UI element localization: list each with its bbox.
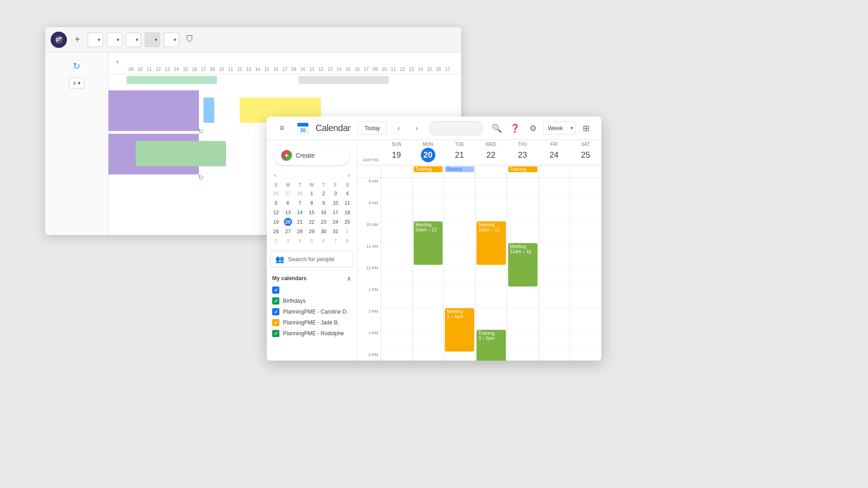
mini-day[interactable]: 12 [272, 208, 280, 216]
mini-day[interactable]: 18 [343, 208, 351, 216]
allday-event-training-thu[interactable]: Training [508, 166, 538, 172]
mini-day[interactable]: 3 [331, 189, 340, 197]
filter-button[interactable]: ⛉ [183, 33, 197, 47]
event-training-wed[interactable]: Training3 – 5pm [476, 330, 506, 361]
mini-day[interactable]: 26 [272, 227, 280, 235]
mini-day[interactable]: 16 [320, 208, 328, 216]
mini-day[interactable]: 8 [343, 237, 351, 245]
menu-button[interactable]: ≡ [274, 120, 290, 136]
allday-event-training-mon[interactable]: Training [414, 166, 443, 172]
select4-dropdown[interactable] [145, 33, 160, 47]
mini-day[interactable]: 13 [284, 208, 292, 216]
mini-day[interactable]: 2 [272, 237, 280, 245]
calendar-item-birthdays[interactable]: ✓ Birthdays [270, 296, 353, 306]
gmt-label: GMT+01 [357, 156, 381, 165]
mini-day[interactable]: 19 [272, 218, 280, 226]
mini-day[interactable]: 24 [331, 218, 340, 226]
hour-line [444, 243, 475, 265]
gantt-row2-green-bar [136, 141, 226, 166]
mini-next-button[interactable]: › [344, 171, 353, 180]
my-calendars-chevron-icon[interactable]: ∧ [347, 275, 351, 282]
mini-day[interactable]: 31 [331, 227, 340, 235]
select3-dropdown[interactable] [126, 33, 141, 47]
day-col-mon[interactable]: MON 20 [412, 140, 444, 165]
help-button[interactable]: ❓ [507, 120, 523, 136]
mini-day[interactable]: 22 [307, 218, 316, 226]
mini-day[interactable]: 28 [296, 227, 304, 235]
create-button[interactable]: + Create [274, 145, 349, 165]
day-col-sun[interactable]: SUN 19 [381, 140, 412, 165]
mini-day[interactable]: 1 [307, 189, 316, 197]
create-label: Create [296, 152, 315, 159]
today-button[interactable]: Today [358, 122, 387, 135]
mini-day[interactable]: 15 [307, 208, 316, 216]
mini-day[interactable]: 26 [272, 189, 280, 197]
calendar-item-caroline[interactable]: ✓ PlanningPME - Caroline D. [270, 306, 353, 317]
event-meeting-thu[interactable]: Meeting11am – 1p [508, 243, 538, 286]
mini-day[interactable]: 10 [331, 199, 340, 207]
event-meeting-wed[interactable]: Meeting10am – 12 [476, 221, 506, 265]
mini-day[interactable]: 4 [343, 189, 351, 197]
mini-day[interactable]: 5 [272, 199, 280, 207]
mini-day[interactable]: 4 [296, 237, 304, 245]
gcal-sidebar: + Create ‹ › S M T W T F S [267, 140, 357, 361]
view-selector[interactable]: Week Day Month Year [543, 122, 576, 135]
add-button[interactable]: + [71, 33, 84, 47]
mini-day[interactable]: 3 [284, 237, 292, 245]
date-cell: 17 [199, 67, 208, 72]
mini-day[interactable]: 6 [284, 199, 292, 207]
mini-day[interactable]: 1 [343, 227, 351, 235]
calendar-item-personal[interactable]: ✓ [270, 285, 353, 296]
mini-day[interactable]: 6 [320, 237, 328, 245]
calendar-label-birthdays: Birthdays [283, 298, 306, 304]
mini-day[interactable]: 29 [307, 227, 316, 235]
refresh-button[interactable]: ↻ [69, 58, 85, 74]
mini-day[interactable]: 8 [307, 199, 316, 207]
calendar-checkbox-caroline[interactable]: ✓ [272, 308, 279, 315]
back-nav-button[interactable]: ‹ [112, 56, 123, 67]
mini-day[interactable]: 30 [320, 227, 328, 235]
mini-day[interactable]: 7 [296, 199, 304, 207]
planning-logo: P [51, 32, 67, 48]
calendar-item-jade[interactable]: ✓ PlanningPME - Jade B. [270, 317, 353, 328]
day-col-thu[interactable]: THU 23 [507, 140, 538, 165]
mini-day[interactable]: 17 [331, 208, 340, 216]
search-button[interactable]: 🔍 [489, 120, 505, 136]
mini-day[interactable]: 11 [343, 199, 351, 207]
apps-button[interactable]: ⊞ [578, 120, 594, 136]
mini-day-today[interactable]: 20 [284, 218, 292, 226]
day-col-fri[interactable]: FRI 24 [538, 140, 570, 165]
day-col-tue[interactable]: TUE 21 [443, 140, 475, 165]
mini-day[interactable]: 5 [307, 237, 316, 245]
mini-day[interactable]: 28 [296, 189, 304, 197]
select2-dropdown[interactable] [107, 33, 122, 47]
sort-button[interactable]: ≡ ▾ [69, 78, 85, 89]
calendar-checkbox-rodolphe[interactable]: ✓ [272, 330, 279, 337]
mini-day[interactable]: 23 [320, 218, 328, 226]
dow-m: M [282, 182, 293, 188]
day-col-wed[interactable]: WED 22 [475, 140, 507, 165]
calendar-checkbox-jade[interactable]: ✓ [272, 319, 279, 326]
mini-day[interactable]: 25 [343, 218, 351, 226]
mini-day[interactable]: 9 [320, 199, 328, 207]
event-meeting-mon[interactable]: Meeting10am – 12 [414, 221, 443, 265]
mini-day[interactable]: 27 [284, 227, 292, 235]
day-col-sat[interactable]: SAT 25 [570, 140, 601, 165]
prev-week-button[interactable]: ‹ [392, 122, 405, 135]
search-people-field[interactable]: 👥 Search for people [270, 251, 353, 267]
settings-button[interactable]: ⚙ [525, 120, 541, 136]
mini-day[interactable]: 27 [284, 189, 292, 197]
calendar-checkbox-birthdays[interactable]: ✓ [272, 297, 279, 305]
select1-dropdown[interactable] [88, 33, 103, 47]
next-week-button[interactable]: › [410, 122, 423, 135]
allday-event-service[interactable]: Service [445, 166, 474, 172]
mini-day[interactable]: 21 [296, 218, 304, 226]
mini-day[interactable]: 14 [296, 208, 304, 216]
mini-day[interactable]: 7 [331, 237, 340, 245]
mini-prev-button[interactable]: ‹ [270, 171, 279, 180]
calendar-checkbox-personal[interactable]: ✓ [272, 286, 279, 294]
select5-dropdown[interactable] [164, 33, 179, 47]
event-meeting-tue[interactable]: Meeting2 – 4pm [445, 308, 474, 352]
mini-day[interactable]: 2 [320, 189, 328, 197]
calendar-item-rodolphe[interactable]: ✓ PlanningPME - Rodolphe [270, 328, 353, 339]
